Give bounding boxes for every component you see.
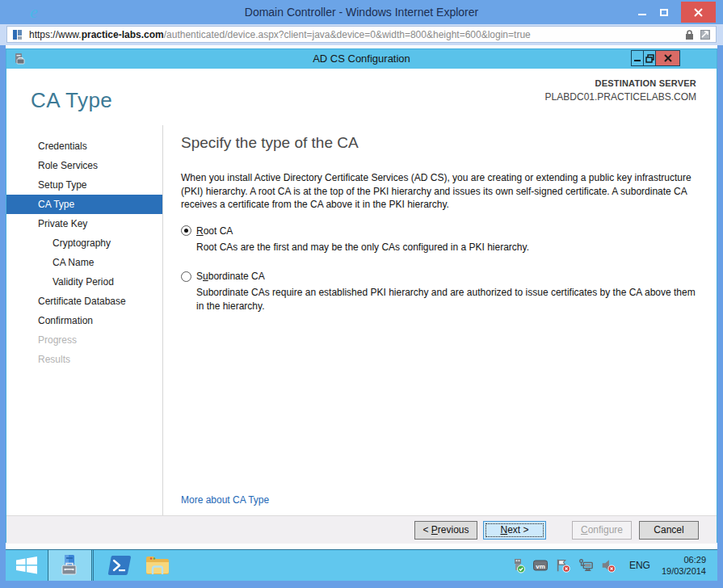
svg-text:vm: vm [536,563,545,570]
subordinate-ca-radio[interactable] [181,271,191,282]
sidebar-item-role-services[interactable]: Role Services [6,156,162,175]
wizard-body: Credentials Role Services Setup Type CA … [6,125,717,515]
configure-button: Configure [572,521,632,540]
page-title: CA Type [31,88,112,113]
start-button[interactable] [6,550,48,581]
destination-server-name: PLABDC01.PRACTICELABS.COM [545,91,696,103]
wizard-sidebar: Credentials Role Services Setup Type CA … [6,125,162,515]
wizard-titlebar: AD CS Configuration [6,49,717,69]
minimize-button[interactable] [631,2,653,23]
address-input[interactable]: https://www.practice-labs.com/authentica… [6,26,717,43]
destination-server-label: DESTINATION SERVER [545,78,696,88]
wizard-content: Specify the type of the CA When you inst… [163,125,717,515]
clock[interactable]: 06:29 19/03/2014 [662,554,706,577]
taskbar-separator [93,550,94,581]
url-path: /authenticated/device.aspx?client=java&d… [164,29,531,40]
taskbar-item-file-explorer[interactable] [144,550,170,581]
address-bar-icons [684,29,711,40]
close-icon [664,54,672,62]
ie-window-title: Domain Controller - Windows Internet Exp… [0,0,723,24]
ie-addressbar: https://www.practice-labs.com/authentica… [0,24,723,45]
site-favicon-icon [12,29,23,40]
taskbar-item-server-manager[interactable] [48,550,92,581]
subordinate-ca-label[interactable]: Subordinate CA [196,271,265,282]
remote-desktop: AD CS Configuration [6,45,717,581]
sidebar-item-validity-period[interactable]: Validity Period [6,272,162,292]
wizard-header: CA Type DESTINATION SERVER PLABDC01.PRAC… [6,69,717,125]
previous-button[interactable]: < Previous [414,521,477,540]
next-button[interactable]: Next > [483,521,546,540]
minimize-icon [634,60,641,61]
sidebar-item-setup-type[interactable]: Setup Type [6,175,162,195]
root-ca-option: Root CA [181,225,700,237]
remote-desktop-viewport: AD CS Configuration [0,45,723,588]
content-heading: Specify the type of the CA [181,134,700,152]
restore-icon [645,54,654,63]
wizard-title: AD CS Configuration [6,49,717,69]
sidebar-item-ca-name[interactable]: CA Name [6,253,162,272]
maximize-button[interactable] [653,2,675,23]
url-domain: practice-labs.com [82,29,164,40]
wizard-restore-button[interactable] [643,50,656,66]
ie-titlebar: e Domain Controller - Windows Internet E… [0,0,723,24]
wizard-window-controls [632,50,680,66]
server-manager-icon [60,554,81,577]
cancel-button[interactable]: Cancel [639,521,699,540]
wizard-footer: < Previous Next > Configure Cancel [6,515,717,544]
root-ca-radio[interactable] [181,225,191,236]
language-indicator[interactable]: ENG [629,560,650,571]
volume-muted-icon[interactable] [600,557,616,573]
sidebar-item-confirmation[interactable]: Confirmation [6,311,162,330]
lock-icon [684,29,695,40]
minimize-icon [638,14,646,15]
usb-device-icon[interactable] [510,557,526,573]
sidebar-item-cryptography[interactable]: Cryptography [6,233,162,253]
more-about-ca-type-link[interactable]: More about CA Type [181,494,269,506]
root-ca-description: Root CAs are the first and may be the on… [196,241,700,254]
clock-time: 06:29 [662,554,706,565]
url-scheme: https://www. [29,29,82,40]
clock-date: 19/03/2014 [662,565,706,577]
taskbar: vm [6,549,717,581]
sidebar-item-ca-type[interactable]: CA Type [6,195,162,214]
network-icon[interactable] [578,557,594,573]
close-icon [694,8,703,17]
subordinate-ca-description: Subordinate CAs require an established P… [196,286,700,313]
system-tray: vm [510,550,717,581]
compatibility-view-icon[interactable] [700,29,711,40]
action-center-flag-icon[interactable] [555,557,571,573]
root-ca-label[interactable]: Root CA [196,225,233,237]
sidebar-item-progress: Progress [6,330,162,350]
wizard-close-button[interactable] [655,50,680,66]
vmware-tools-icon[interactable]: vm [532,557,549,573]
folder-icon [145,555,170,576]
sidebar-item-results: Results [6,350,162,369]
ie-window: e Domain Controller - Windows Internet E… [0,0,723,588]
powershell-icon [107,555,132,576]
ie-window-controls [631,0,716,24]
wizard-minimize-button[interactable] [631,50,644,66]
adcs-configuration-window: AD CS Configuration [6,48,717,543]
maximize-icon [660,9,668,16]
intro-paragraph: When you install Active Directory Certif… [181,171,700,212]
taskbar-item-powershell[interactable] [106,550,132,581]
sidebar-item-private-key[interactable]: Private Key [6,214,162,233]
sidebar-item-certificate-database[interactable]: Certificate Database [6,292,162,311]
destination-block: DESTINATION SERVER PLABDC01.PRACTICELABS… [545,78,696,103]
close-button[interactable] [681,2,716,23]
subordinate-ca-option: Subordinate CA [181,271,700,282]
windows-logo-icon [15,556,38,575]
sidebar-item-credentials[interactable]: Credentials [6,136,162,156]
url-text: https://www.practice-labs.com/authentica… [29,29,531,40]
